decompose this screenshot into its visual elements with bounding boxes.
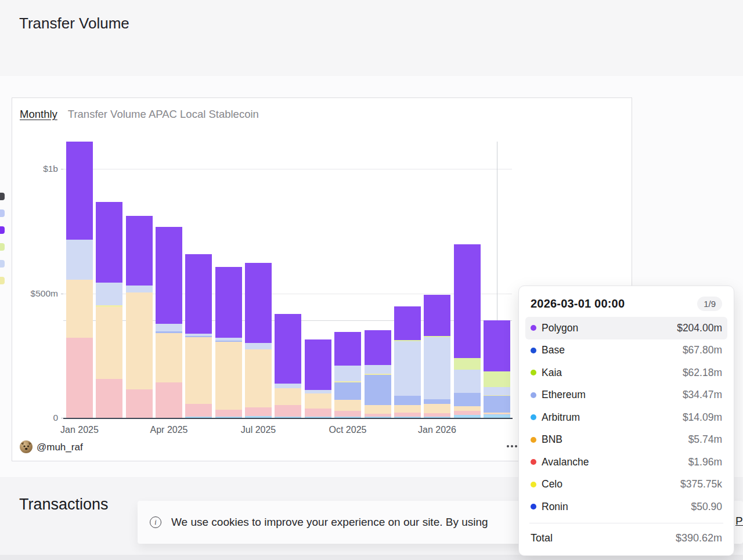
bar-segment-ethereum [334,366,361,381]
bar-feb-2025[interactable] [96,202,122,418]
bar-segment-ethereum [126,286,153,292]
bar-segment-bnb [96,307,122,379]
cookie-message: We use cookies to improve your experienc… [171,516,488,529]
bar-segment-polygon [334,332,361,366]
legend-item-polygon[interactable]: Polygon [0,224,5,236]
bar-segment-avalanche [245,407,272,416]
legend-item-kaia[interactable]: Kaia [0,241,5,252]
tooltip-series-value: $50.90 [691,501,722,513]
bar-segment-avalanche [96,379,122,418]
tooltip-series-name: Kaia [542,367,562,379]
legend-item-celo[interactable]: Celo [0,274,5,286]
chart-tooltip: 2026-03-01 00:00 1/9 Polygon$204.00mBase… [518,286,734,556]
bar-dec-2025[interactable] [394,306,421,418]
legend-item-all[interactable]: All [0,190,5,202]
arbitrum-dot-icon [531,414,536,420]
bar-segment-ethereum [245,343,272,349]
bar-segment-polygon [394,306,421,340]
bar-segment-polygon [305,339,331,390]
bar-jul-2025[interactable] [245,263,272,418]
legend-swatch [0,260,5,268]
bar-apr-2025[interactable] [156,227,182,418]
x-axis-line [63,418,513,419]
bar-segment-polygon [66,142,93,240]
legend-item-ronin[interactable]: Ronin [0,207,5,219]
tooltip-pager-badge: 1/9 [697,297,722,311]
tooltip-rows: Polygon$204.00mBase$67.80mKaia$62.18mEth… [531,317,722,518]
bar-segment-kaia [484,371,510,387]
bar-jan-2025[interactable] [66,142,93,418]
tooltip-header: 2026-03-01 00:00 1/9 [531,294,722,313]
bar-segment-avalanche [424,413,450,417]
bar-segment-polygon [424,295,450,336]
x-axis-label: Apr 2025 [140,425,198,435]
tooltip-date: 2026-03-01 00:00 [531,297,625,310]
bar-segment-base [365,375,391,405]
bar-segment-kaia [394,340,421,341]
bar-mar-2025[interactable] [126,216,153,418]
x-axis-label: Jan 2025 [51,425,109,435]
bar-segment-base [454,393,481,406]
bar-segment-avalanche [334,411,361,417]
tooltip-series-name: Arbitrum [542,411,580,424]
tooltip-row-ethereum: Ethereum$34.47m [531,384,722,407]
bar-segment-avalanche [275,405,301,417]
tooltip-series-value: $67.80m [683,344,722,356]
bar-segment-bnb [334,400,361,411]
tooltip-total-value: $390.62m [676,532,722,544]
bar-jun-2025[interactable] [215,267,242,418]
bar-segment-avalanche [484,414,510,414]
bar-segment-base [185,336,212,337]
tooltip-total-label: Total [531,532,553,544]
bar-segment-bnb [454,406,481,411]
y-axis-label: $500m [17,288,58,299]
bar-segment-avalanche [454,411,481,415]
avatar [20,440,33,453]
bar-segment-avalanche [394,413,421,417]
bar-segment-bnb [484,413,510,414]
bar-segment-bnb [66,280,93,338]
tooltip-row-arbitrum: Arbitrum$14.09m [531,406,722,429]
x-axis-label: Jul 2025 [229,425,287,435]
more-menu-icon[interactable] [507,445,517,447]
bar-segment-ethereum [424,337,450,399]
bar-segment-kaia [424,336,450,337]
gridline [63,169,512,169]
bar-aug-2025[interactable] [275,314,301,418]
tooltip-row-kaia: Kaia$62.18m [531,362,722,384]
tooltip-series-value: $34.47m [683,389,722,401]
legend-swatch [0,193,5,200]
bar-segment-ethereum [275,384,301,388]
x-axis-label: Jan 2026 [408,425,466,435]
legend-item-ethereum[interactable]: Ethereum [0,258,5,269]
bar-jan-2026[interactable] [424,295,450,418]
tooltip-series-value: $14.09m [683,411,722,424]
bar-may-2025[interactable] [185,254,212,418]
tooltip-row-polygon: Polygon$204.00m [525,317,727,339]
bar-segment-avalanche [305,409,331,417]
transactions-heading: Transactions [19,496,109,514]
tooltip-row-avalanche: Avalanche$1.96m [531,451,722,474]
polygon-dot-icon [531,325,536,331]
tooltip-series-name: Celo [542,478,562,490]
tooltip-series-name: BNB [542,433,562,446]
tooltip-series-value: $5.74m [688,433,722,446]
bar-feb-2026[interactable] [454,244,481,418]
bar-segment-polygon [215,267,242,338]
bar-segment-ethereum [365,365,391,374]
bar-segment-bnb [245,349,272,407]
bar-segment-avalanche [126,389,153,418]
celo-dot-icon [531,482,536,487]
cookie-policy-link[interactable]: Po [735,515,743,528]
bar-segment-base [484,396,510,413]
bar-mar-2026[interactable] [484,320,510,418]
tooltip-series-value: $204.00m [677,322,722,334]
bar-segment-bnb [305,393,331,409]
bar-oct-2025[interactable] [334,332,361,418]
tooltip-total-row: Total $390.62m [531,523,722,554]
bar-sep-2025[interactable] [305,339,331,418]
bar-nov-2025[interactable] [365,330,391,418]
tooltip-series-name: Ronin [542,501,568,513]
bar-segment-base [156,331,182,333]
tooltip-series-name: Ethereum [542,389,586,401]
